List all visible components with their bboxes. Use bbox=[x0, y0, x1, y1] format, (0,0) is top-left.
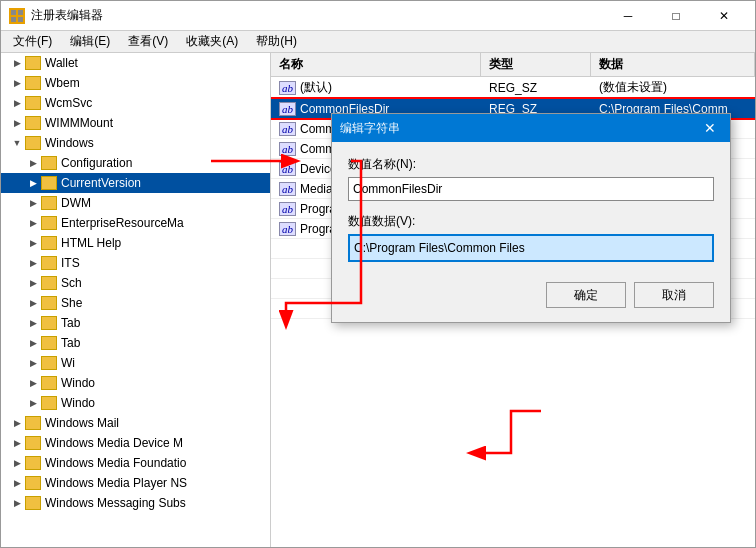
tree-item-windowsmediafound[interactable]: ▶ Windows Media Foundatio bbox=[1, 453, 270, 473]
tree-item-she[interactable]: ▶ She bbox=[1, 293, 270, 313]
folder-icon-currentversion bbox=[41, 176, 57, 190]
expand-arrow-windowsmedia: ▶ bbox=[9, 435, 25, 451]
dialog-name-input[interactable] bbox=[348, 177, 714, 201]
expand-arrow-windows: ▼ bbox=[9, 135, 25, 151]
menu-favorites[interactable]: 收藏夹(A) bbox=[178, 31, 246, 52]
minimize-button[interactable]: ─ bbox=[605, 1, 651, 31]
expand-arrow-htmlhelp: ▶ bbox=[25, 235, 41, 251]
menu-edit[interactable]: 编辑(E) bbox=[62, 31, 118, 52]
title-bar: 注册表编辑器 ─ □ ✕ bbox=[1, 1, 755, 31]
folder-icon-windowsmediaplayer bbox=[25, 476, 41, 490]
col-header-type: 类型 bbox=[481, 53, 591, 76]
expand-arrow-she: ▶ bbox=[25, 295, 41, 311]
folder-icon-windowsmail bbox=[25, 416, 41, 430]
title-bar-left: 注册表编辑器 bbox=[9, 7, 103, 24]
tree-label-currentversion: CurrentVersion bbox=[61, 176, 141, 190]
details-row-default[interactable]: ab (默认) REG_SZ (数值未设置) bbox=[271, 77, 755, 99]
close-button[interactable]: ✕ bbox=[701, 1, 747, 31]
tree-item-wi[interactable]: ▶ Wi bbox=[1, 353, 270, 373]
dialog-ok-button[interactable]: 确定 bbox=[546, 282, 626, 308]
tree-label-windowsmediafound: Windows Media Foundatio bbox=[45, 456, 186, 470]
expand-arrow-windowsmessaging: ▶ bbox=[9, 495, 25, 511]
tree-label-its: ITS bbox=[61, 256, 80, 270]
svg-rect-1 bbox=[18, 10, 23, 15]
expand-arrow-wi: ▶ bbox=[25, 355, 41, 371]
tree-label-sch: Sch bbox=[61, 276, 82, 290]
tree-item-wallet[interactable]: ▶ Wallet bbox=[1, 53, 270, 73]
folder-icon-wbem bbox=[25, 76, 41, 90]
tree-item-windowsmessaging[interactable]: ▶ Windows Messaging Subs bbox=[1, 493, 270, 513]
tree-item-tab1[interactable]: ▶ Tab bbox=[1, 313, 270, 333]
tree-item-enterprise[interactable]: ▶ EnterpriseResourceMa bbox=[1, 213, 270, 233]
tree-item-windowsmediaplayer[interactable]: ▶ Windows Media Player NS bbox=[1, 473, 270, 493]
registry-editor-window: 注册表编辑器 ─ □ ✕ 文件(F) 编辑(E) 查看(V) 收藏夹(A) 帮助… bbox=[0, 0, 756, 548]
tree-item-wimmount[interactable]: ▶ WIMMMount bbox=[1, 113, 270, 133]
svg-rect-2 bbox=[11, 17, 16, 22]
expand-arrow-windowsmediafound: ▶ bbox=[9, 455, 25, 471]
dialog-close-button[interactable]: ✕ bbox=[698, 116, 722, 140]
tree-item-tab2[interactable]: ▶ Tab bbox=[1, 333, 270, 353]
main-content: ▶ Wallet ▶ Wbem ▶ WcmSvc ▶ bbox=[1, 53, 755, 547]
expand-arrow-its: ▶ bbox=[25, 255, 41, 271]
tree-label-htmlhelp: HTML Help bbox=[61, 236, 121, 250]
menu-file[interactable]: 文件(F) bbox=[5, 31, 60, 52]
folder-icon-wcmsvc bbox=[25, 96, 41, 110]
tree-label-windowsmessaging: Windows Messaging Subs bbox=[45, 496, 186, 510]
expand-arrow-windowsmail: ▶ bbox=[9, 415, 25, 431]
tree-label-wallet: Wallet bbox=[45, 56, 78, 70]
tree-item-windowsmedia[interactable]: ▶ Windows Media Device M bbox=[1, 433, 270, 453]
folder-icon-enterprise bbox=[41, 216, 57, 230]
details-header: 名称 类型 数据 bbox=[271, 53, 755, 77]
tree-item-dwm[interactable]: ▶ DWM bbox=[1, 193, 270, 213]
tree-label-windowsmedia: Windows Media Device M bbox=[45, 436, 183, 450]
tree-label-windowsmediaplayer: Windows Media Player NS bbox=[45, 476, 187, 490]
tree-item-its[interactable]: ▶ ITS bbox=[1, 253, 270, 273]
folder-icon-wallet bbox=[25, 56, 41, 70]
tree-item-sch[interactable]: ▶ Sch bbox=[1, 273, 270, 293]
dialog-body: 数值名称(N): 数值数据(V): 确定 取消 bbox=[332, 142, 730, 322]
tree-item-configuration[interactable]: ▶ Configuration bbox=[1, 153, 270, 173]
folder-icon-windo2 bbox=[41, 396, 57, 410]
tree-item-windo2[interactable]: ▶ Windo bbox=[1, 393, 270, 413]
tree-item-wcmsvc[interactable]: ▶ WcmSvc bbox=[1, 93, 270, 113]
folder-icon-windo1 bbox=[41, 376, 57, 390]
dialog-title-bar: 编辑字符串 ✕ bbox=[332, 114, 730, 142]
edit-string-dialog: 编辑字符串 ✕ 数值名称(N): 数值数据(V): 确定 取消 bbox=[331, 113, 731, 323]
tree-item-windo1[interactable]: ▶ Windo bbox=[1, 373, 270, 393]
tree-item-windowsmail[interactable]: ▶ Windows Mail bbox=[1, 413, 270, 433]
svg-rect-3 bbox=[18, 17, 23, 22]
window-title: 注册表编辑器 bbox=[31, 7, 103, 24]
dialog-title-text: 编辑字符串 bbox=[340, 120, 400, 137]
tree-label-tab1: Tab bbox=[61, 316, 80, 330]
tree-label-configuration: Configuration bbox=[61, 156, 132, 170]
tree-label-windowsmail: Windows Mail bbox=[45, 416, 119, 430]
expand-arrow-wallet: ▶ bbox=[9, 55, 25, 71]
details-panel: 名称 类型 数据 ab (默认) REG_SZ (数值未设置) bbox=[271, 53, 755, 547]
dialog-value-input[interactable] bbox=[348, 234, 714, 262]
maximize-button[interactable]: □ bbox=[653, 1, 699, 31]
tree-label-windo1: Windo bbox=[61, 376, 95, 390]
tree-label-wi: Wi bbox=[61, 356, 75, 370]
folder-icon-wimmount bbox=[25, 116, 41, 130]
tree-label-wimmount: WIMMMount bbox=[45, 116, 113, 130]
tree-item-currentversion[interactable]: ▶ CurrentVersion bbox=[1, 173, 270, 193]
tree-item-windows[interactable]: ▼ Windows bbox=[1, 133, 270, 153]
col-header-name: 名称 bbox=[271, 53, 481, 76]
folder-icon-its bbox=[41, 256, 57, 270]
expand-arrow-wimmount: ▶ bbox=[9, 115, 25, 131]
folder-icon-htmlhelp bbox=[41, 236, 57, 250]
folder-icon-windowsmediafound bbox=[25, 456, 41, 470]
menu-help[interactable]: 帮助(H) bbox=[248, 31, 305, 52]
tree-item-htmlhelp[interactable]: ▶ HTML Help bbox=[1, 233, 270, 253]
tree-item-wbem[interactable]: ▶ Wbem bbox=[1, 73, 270, 93]
menu-view[interactable]: 查看(V) bbox=[120, 31, 176, 52]
window-controls: ─ □ ✕ bbox=[605, 1, 747, 31]
folder-icon-tab1 bbox=[41, 316, 57, 330]
expand-arrow-windowsmediaplayer: ▶ bbox=[9, 475, 25, 491]
dialog-cancel-button[interactable]: 取消 bbox=[634, 282, 714, 308]
expand-arrow-windo2: ▶ bbox=[25, 395, 41, 411]
folder-icon-configuration bbox=[41, 156, 57, 170]
folder-icon-windowsmessaging bbox=[25, 496, 41, 510]
cell-data-default: (数值未设置) bbox=[591, 77, 755, 98]
folder-icon-tab2 bbox=[41, 336, 57, 350]
